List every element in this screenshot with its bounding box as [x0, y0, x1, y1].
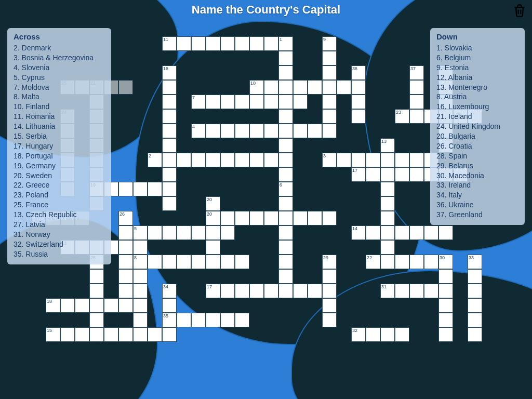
cell[interactable] [438, 269, 453, 284]
cell[interactable] [278, 196, 293, 211]
cell[interactable] [438, 298, 453, 313]
clue-across-5[interactable]: 5. Cyprus [14, 73, 105, 83]
cell[interactable]: 18 [46, 298, 60, 313]
cell[interactable] [89, 269, 104, 284]
cell[interactable] [264, 153, 278, 167]
clue-down-16[interactable]: 16. Luxembourg [436, 102, 518, 112]
cell[interactable] [395, 327, 409, 342]
cell[interactable] [395, 284, 409, 298]
cell[interactable] [409, 109, 424, 124]
cell[interactable] [133, 327, 148, 342]
cell[interactable] [220, 225, 235, 240]
cell[interactable]: 17 [351, 167, 366, 182]
cell[interactable] [468, 284, 482, 298]
clue-across-35[interactable]: 35. Russia [14, 249, 105, 259]
cell[interactable] [337, 80, 351, 95]
cell[interactable] [293, 124, 308, 138]
cell[interactable] [162, 196, 177, 211]
cell[interactable]: 20 [206, 196, 220, 211]
cell[interactable] [409, 80, 424, 95]
cell[interactable] [322, 80, 337, 95]
clue-across-31[interactable]: 31. Norway [14, 230, 105, 240]
cell[interactable] [60, 298, 75, 313]
cell[interactable]: 10 [249, 80, 264, 95]
cell[interactable] [220, 255, 235, 269]
clue-across-23[interactable]: 23. Poland [14, 190, 105, 200]
cell[interactable]: 37 [409, 65, 424, 80]
cell[interactable] [220, 124, 235, 138]
clear-button[interactable] [512, 3, 527, 20]
clue-down-26[interactable]: 26. Croatia [436, 141, 518, 151]
cell[interactable] [75, 327, 89, 342]
cell[interactable]: 4 [191, 124, 206, 138]
clue-across-7[interactable]: 7. Moldova [14, 83, 105, 92]
cell[interactable] [366, 167, 380, 182]
clue-across-8[interactable]: 8. Malta [14, 92, 105, 102]
cell[interactable] [75, 298, 89, 313]
cell[interactable]: 14 [351, 225, 366, 240]
cell[interactable] [148, 182, 162, 196]
cell[interactable] [468, 269, 482, 284]
cell[interactable] [235, 211, 249, 225]
cell[interactable] [162, 95, 177, 109]
cell[interactable] [118, 327, 133, 342]
cell[interactable] [162, 225, 177, 240]
cell[interactable] [264, 95, 278, 109]
cell[interactable] [366, 327, 380, 342]
cell[interactable] [220, 95, 235, 109]
cell[interactable] [351, 153, 366, 167]
cell[interactable]: 15 [46, 327, 60, 342]
cell[interactable] [468, 313, 482, 327]
cell[interactable] [278, 240, 293, 255]
cell[interactable] [264, 36, 278, 51]
cell[interactable] [308, 80, 322, 95]
cell[interactable] [278, 80, 293, 95]
cell[interactable] [177, 225, 191, 240]
cell[interactable] [438, 327, 453, 342]
cell[interactable] [148, 225, 162, 240]
cell[interactable] [118, 225, 133, 240]
cell[interactable] [89, 284, 104, 298]
cell[interactable] [380, 182, 395, 196]
cell[interactable] [235, 95, 249, 109]
cell[interactable] [220, 211, 235, 225]
cell[interactable] [278, 211, 293, 225]
clue-down-1[interactable]: 1. Slovakia [436, 43, 518, 53]
cell[interactable] [191, 153, 206, 167]
cell[interactable] [380, 327, 395, 342]
clue-down-24[interactable]: 24. United Kingdom [436, 122, 518, 131]
cell[interactable] [278, 269, 293, 284]
cell[interactable] [322, 51, 337, 65]
clue-across-18[interactable]: 18. Portugal [14, 151, 105, 161]
cell[interactable] [264, 211, 278, 225]
cell[interactable] [424, 225, 438, 240]
cell[interactable] [162, 153, 177, 167]
cell[interactable] [468, 327, 482, 342]
cell[interactable] [380, 225, 395, 240]
clue-across-17[interactable]: 17. Hungary [14, 141, 105, 151]
cell[interactable] [380, 211, 395, 225]
cell[interactable]: 30 [438, 255, 453, 269]
cell[interactable] [308, 284, 322, 298]
cell[interactable] [322, 313, 337, 327]
cell[interactable] [191, 36, 206, 51]
cell[interactable] [206, 124, 220, 138]
cell[interactable] [177, 313, 191, 327]
cell[interactable]: 33 [468, 255, 482, 269]
cell[interactable]: 6 [278, 182, 293, 196]
clue-down-33[interactable]: 33. Ireland [436, 180, 518, 190]
cell[interactable] [438, 313, 453, 327]
clue-down-21[interactable]: 21. Iceland [436, 112, 518, 122]
cell[interactable] [351, 109, 366, 124]
cell[interactable] [162, 298, 177, 313]
cell[interactable] [249, 153, 264, 167]
cell[interactable] [89, 298, 104, 313]
cell[interactable] [409, 167, 424, 182]
cell[interactable] [206, 95, 220, 109]
cell[interactable] [409, 284, 424, 298]
cell[interactable] [162, 80, 177, 95]
cell[interactable]: 34 [162, 284, 177, 298]
cell[interactable] [220, 284, 235, 298]
cell[interactable] [293, 284, 308, 298]
cell[interactable] [191, 225, 206, 240]
